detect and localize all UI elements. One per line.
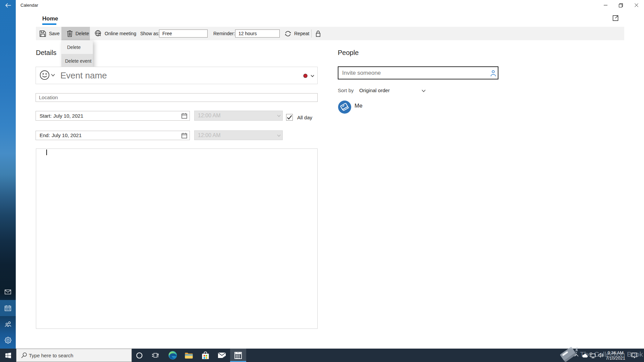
network-icon bbox=[590, 353, 596, 358]
calendar-app-icon bbox=[234, 352, 242, 359]
repeat-button[interactable]: Repeat bbox=[285, 27, 309, 40]
open-in-new-window-button[interactable] bbox=[612, 14, 621, 22]
event-name-placeholder: Event name bbox=[60, 67, 107, 84]
task-view-button[interactable] bbox=[148, 349, 163, 362]
all-day-checkbox[interactable] bbox=[286, 114, 293, 121]
mail-app-icon bbox=[218, 353, 226, 358]
file-explorer-button[interactable] bbox=[181, 349, 197, 362]
cortana-button[interactable] bbox=[132, 349, 147, 362]
windows-logo-icon bbox=[5, 353, 11, 358]
minimize-icon bbox=[604, 3, 607, 7]
show-as-label: Show as: bbox=[140, 27, 160, 40]
restore-icon bbox=[619, 3, 623, 7]
details-heading: Details bbox=[36, 49, 56, 57]
rail-people-button[interactable] bbox=[0, 316, 16, 332]
tray-chevron-up-button[interactable] bbox=[572, 349, 580, 362]
edge-button[interactable] bbox=[165, 349, 181, 362]
tray-onedrive-button[interactable] bbox=[581, 349, 589, 362]
emoji-chevron-down-icon bbox=[51, 74, 55, 77]
tray-clock-time[interactable]: 9:36 AM bbox=[599, 350, 632, 355]
menu-item-delete-event[interactable]: Delete event bbox=[61, 54, 93, 68]
end-date-value: July 10, 2021 bbox=[52, 131, 82, 140]
store-button[interactable] bbox=[197, 349, 213, 362]
task-view-icon bbox=[152, 352, 159, 358]
trash-icon bbox=[67, 31, 72, 37]
event-name-field[interactable]: Event name bbox=[36, 67, 318, 84]
sort-by-chevron-down-icon bbox=[422, 89, 426, 93]
toolbar-separator bbox=[311, 29, 312, 38]
calendar-icon bbox=[5, 305, 11, 311]
tray-clock-date[interactable]: 7/10/2021 bbox=[599, 356, 632, 361]
repeat-icon bbox=[285, 31, 291, 37]
action-center-button[interactable] bbox=[629, 349, 639, 362]
tab-home[interactable]: Home bbox=[42, 15, 58, 22]
start-time-value: 12:00 AM bbox=[198, 111, 221, 120]
show-as-value: Free bbox=[162, 31, 172, 36]
text-cursor bbox=[46, 149, 47, 155]
rail-mail-button[interactable] bbox=[0, 284, 16, 300]
end-datepicker-icon[interactable] bbox=[181, 133, 187, 138]
lock-icon bbox=[315, 31, 321, 37]
description-textarea[interactable] bbox=[36, 148, 318, 329]
invite-field[interactable]: Invite someone bbox=[338, 66, 498, 79]
back-button[interactable] bbox=[0, 0, 16, 10]
attendee-avatar bbox=[338, 101, 351, 114]
end-label: End: bbox=[40, 131, 50, 140]
invite-person-icon bbox=[490, 70, 496, 76]
start-date-field[interactable]: Start: July 10, 2021 bbox=[36, 111, 190, 121]
calendar-taskbar-button[interactable] bbox=[230, 349, 246, 362]
rail-calendar-button[interactable] bbox=[0, 300, 16, 316]
menu-item-delete[interactable]: Delete bbox=[61, 40, 93, 54]
start-time-chevron-down-icon bbox=[277, 115, 281, 117]
attendee-row[interactable]: Me bbox=[338, 101, 472, 114]
store-icon bbox=[202, 352, 209, 359]
taskbar-search-placeholder: Type here to search bbox=[29, 353, 73, 358]
end-time-value: 12:00 AM bbox=[198, 131, 221, 140]
minimize-button[interactable] bbox=[598, 0, 613, 10]
delete-dropdown-menu: Delete Delete event bbox=[61, 40, 93, 68]
category-color-button[interactable] bbox=[302, 72, 315, 80]
back-arrow-icon bbox=[5, 3, 11, 8]
repeat-label: Repeat bbox=[294, 31, 309, 36]
online-meeting-label: Online meeting bbox=[105, 31, 136, 36]
delete-label: Delete bbox=[75, 31, 89, 36]
start-button[interactable] bbox=[0, 349, 16, 362]
save-button[interactable]: Save bbox=[40, 27, 60, 40]
close-button[interactable] bbox=[629, 0, 644, 10]
search-icon bbox=[21, 352, 27, 358]
gear-icon bbox=[5, 337, 11, 344]
end-date-field[interactable]: End: July 10, 2021 bbox=[36, 131, 190, 140]
rail-settings-button[interactable] bbox=[0, 332, 16, 348]
location-field[interactable]: Location bbox=[36, 93, 318, 102]
mail-icon bbox=[5, 290, 11, 294]
sort-by-select[interactable]: Original order bbox=[359, 87, 426, 94]
file-explorer-icon bbox=[185, 352, 193, 359]
online-meeting-button[interactable]: Online meeting bbox=[95, 27, 136, 40]
restore-button[interactable] bbox=[613, 0, 629, 10]
invite-placeholder: Invite someone bbox=[342, 67, 381, 79]
toolbar: Save Delete Online meeting Show as: Free… bbox=[36, 27, 624, 40]
emoji-picker-button[interactable] bbox=[40, 70, 50, 80]
delete-button[interactable]: Delete bbox=[61, 27, 90, 40]
cortana-icon bbox=[136, 352, 143, 359]
attendee-name: Me bbox=[355, 103, 363, 109]
sort-by-label: Sort by bbox=[338, 87, 354, 93]
end-time-select[interactable]: 12:00 AM bbox=[194, 130, 283, 140]
reminder-value: 12 hours bbox=[238, 31, 257, 36]
location-placeholder: Location bbox=[39, 94, 58, 102]
mail-button[interactable] bbox=[214, 349, 230, 362]
people-heading: People bbox=[338, 49, 359, 57]
smiley-icon bbox=[40, 70, 50, 80]
start-datepicker-icon[interactable] bbox=[181, 113, 187, 119]
reminder-select[interactable]: 12 hours bbox=[235, 29, 280, 38]
close-icon bbox=[635, 3, 638, 7]
start-time-select[interactable]: 12:00 AM bbox=[194, 111, 283, 121]
online-meeting-icon bbox=[95, 30, 102, 37]
category-chevron-down-icon bbox=[311, 75, 314, 77]
show-as-select[interactable]: Free bbox=[159, 29, 208, 38]
tray-network-button[interactable] bbox=[589, 349, 597, 362]
action-center-icon bbox=[631, 353, 637, 358]
all-day-label: All day bbox=[297, 115, 312, 120]
lock-button[interactable] bbox=[315, 27, 321, 40]
taskbar-search-field[interactable]: Type here to search bbox=[16, 349, 132, 362]
